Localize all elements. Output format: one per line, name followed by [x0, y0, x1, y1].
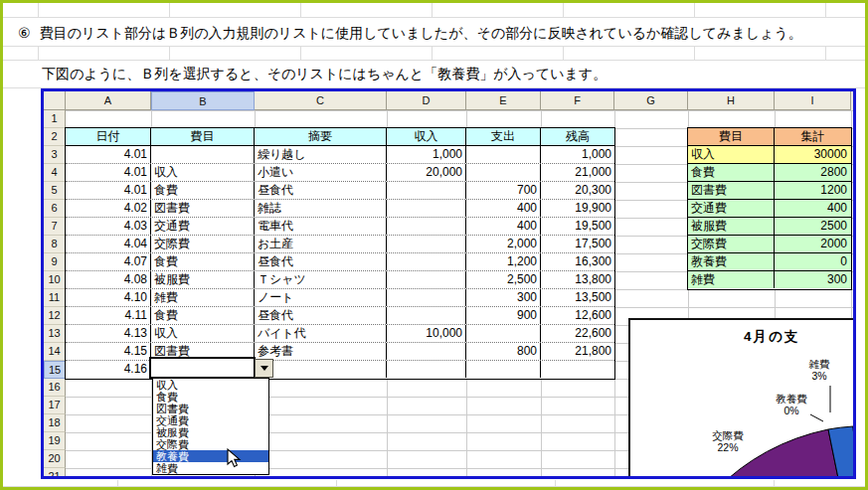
cell-description[interactable]: 昼食代 [255, 307, 387, 324]
row-header-21[interactable]: 21 [44, 468, 66, 479]
row-header-8[interactable]: 8 [44, 236, 66, 253]
summary-header-category[interactable]: 費目 [688, 128, 775, 145]
cell-description[interactable]: 電車代 [255, 218, 387, 235]
row-header-15[interactable]: 15 [44, 361, 66, 379]
cell-category[interactable]: 収入 [151, 164, 255, 181]
row-header-19[interactable]: 19 [44, 432, 66, 450]
row-header-6[interactable]: 6 [44, 200, 66, 218]
cell-description[interactable]: 繰り越し [255, 146, 387, 163]
cell-description[interactable]: 小遣い [255, 164, 387, 181]
cell-balance[interactable]: 17,500 [541, 236, 614, 252]
cell-income[interactable]: 20,000 [387, 164, 466, 181]
ledger-header-description[interactable]: 摘要 [255, 128, 387, 145]
cell-expense[interactable]: 2,500 [466, 271, 541, 288]
cell-balance[interactable]: 19,900 [541, 200, 614, 217]
cell-total[interactable]: 300 [775, 271, 851, 288]
cell-balance[interactable]: 22,600 [541, 325, 614, 342]
row-header-18[interactable]: 18 [44, 414, 66, 432]
cell-date[interactable]: 4.03 [66, 218, 151, 235]
dropdown-item-食費[interactable]: 食費 [153, 391, 268, 403]
ledger-header-category[interactable]: 費目 [151, 128, 255, 145]
cell-expense[interactable] [466, 146, 541, 163]
dropdown-item-交際費[interactable]: 交際費 [153, 438, 268, 450]
cell-total[interactable]: 1200 [775, 182, 851, 199]
cell-expense[interactable]: 1,200 [466, 253, 541, 270]
cell-expense[interactable] [466, 164, 541, 181]
cell-description[interactable]: 昼食代 [255, 253, 387, 270]
column-header-F[interactable]: F [541, 91, 614, 110]
cell-category[interactable]: 交通費 [688, 200, 775, 217]
cell-income[interactable]: 1,000 [387, 146, 466, 163]
row-header-2[interactable]: 2 [44, 128, 66, 146]
row-header-3[interactable]: 3 [44, 146, 66, 164]
cell-category[interactable]: 雑費 [688, 271, 775, 288]
cell-description[interactable]: Ｔシャツ [255, 271, 387, 288]
row-header-1[interactable]: 1 [44, 110, 66, 128]
row-header-16[interactable]: 16 [44, 379, 66, 397]
ledger-header-balance[interactable]: 残高 [541, 128, 614, 145]
cell-expense[interactable]: 2,000 [466, 236, 541, 252]
cell-total[interactable]: 2800 [775, 164, 851, 181]
cell-expense[interactable]: 900 [466, 307, 541, 324]
row-header-11[interactable]: 11 [44, 289, 66, 307]
dropdown-item-図書費[interactable]: 図書費 [153, 403, 268, 414]
cell-total[interactable]: 0 [775, 253, 851, 270]
column-header-B[interactable]: B [151, 91, 255, 110]
cell-income[interactable] [387, 343, 466, 360]
summary-header-total[interactable]: 集計 [775, 128, 851, 145]
row-header-9[interactable]: 9 [44, 253, 66, 271]
cell-date[interactable]: 4.01 [66, 164, 151, 181]
dropdown-item-交通費[interactable]: 交通費 [153, 414, 268, 426]
ledger-header-income[interactable]: 収入 [387, 128, 466, 145]
cell-description[interactable] [255, 361, 387, 378]
dropdown-item-雑費[interactable]: 雑費 [153, 462, 268, 474]
dropdown-item-収入[interactable]: 収入 [153, 379, 268, 391]
row-header-7[interactable]: 7 [44, 218, 66, 236]
cell-category[interactable]: 食費 [151, 182, 255, 199]
cell-income[interactable] [387, 271, 466, 288]
row-header-13[interactable]: 13 [44, 325, 66, 343]
cell-category[interactable]: 食費 [151, 307, 255, 324]
select-all-corner[interactable] [44, 91, 66, 110]
pie-chart[interactable]: 4月の支 雑費 3% 教養費 0% 交際費 22% [628, 318, 856, 479]
cell-description[interactable]: 昼食代 [255, 182, 387, 199]
row-header-17[interactable]: 17 [44, 397, 66, 414]
dropdown-item-教養費[interactable]: 教養費 [153, 450, 268, 462]
cell-description[interactable]: お土産 [255, 236, 387, 252]
column-header-C[interactable]: C [255, 91, 387, 110]
cell-expense[interactable] [466, 361, 541, 378]
cell-income[interactable] [387, 218, 466, 235]
row-header-20[interactable]: 20 [44, 450, 66, 468]
cell-date[interactable]: 4.07 [66, 253, 151, 270]
cell-balance[interactable]: 13,500 [541, 289, 614, 306]
cell-date[interactable]: 4.16 [66, 361, 151, 378]
row-header-5[interactable]: 5 [44, 182, 66, 200]
cell-balance[interactable]: 19,500 [541, 218, 614, 235]
ledger-header-date[interactable]: 日付 [66, 128, 151, 145]
cell-category[interactable]: 図書費 [151, 200, 255, 217]
column-header-I[interactable]: I [775, 91, 851, 110]
cell-category[interactable]: 食費 [688, 164, 775, 181]
cell-expense[interactable] [466, 325, 541, 342]
cell-category[interactable]: 交際費 [688, 236, 775, 252]
cell-description[interactable]: 参考書 [255, 343, 387, 360]
ledger-header-expense[interactable]: 支出 [466, 128, 541, 145]
column-header-D[interactable]: D [387, 91, 466, 110]
cell-income[interactable]: 10,000 [387, 325, 466, 342]
row-header-12[interactable]: 12 [44, 307, 66, 325]
cell-category[interactable]: 被服費 [688, 218, 775, 235]
cell-total[interactable]: 400 [775, 200, 851, 217]
cell-category[interactable]: 収入 [688, 146, 775, 163]
cell-date[interactable]: 4.13 [66, 325, 151, 342]
cell-description[interactable]: バイト代 [255, 325, 387, 342]
cell-balance[interactable] [541, 361, 614, 378]
dropdown-button[interactable] [255, 359, 273, 378]
cell-income[interactable] [387, 289, 466, 306]
cell-balance[interactable]: 21,000 [541, 164, 614, 181]
cell-balance[interactable]: 16,300 [541, 253, 614, 270]
cell-income[interactable] [387, 307, 466, 324]
cell-income[interactable] [387, 253, 466, 270]
cell-expense[interactable]: 400 [466, 200, 541, 217]
cell-balance[interactable]: 12,600 [541, 307, 614, 324]
cell-expense[interactable]: 300 [466, 289, 541, 306]
